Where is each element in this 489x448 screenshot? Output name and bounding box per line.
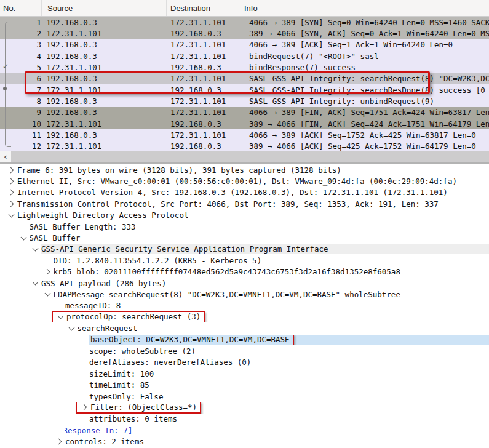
detail-row[interactable]: messageID: 8	[0, 300, 489, 311]
column-header-info[interactable]: Info	[241, 0, 489, 16]
detail-row[interactable]: sizeLimit: 100	[0, 368, 489, 379]
packet-cell-src: 192.168.0.3	[41, 97, 165, 106]
packet-cell-inf: 389 → 4066 [SYN, ACK] Seq=0 Ack=1 Win=64…	[244, 29, 489, 38]
packet-cell-inf: bindRequest(7) "<ROOT>" sasl	[244, 52, 489, 61]
detail-row[interactable]: derefAliases: neverDerefAliases (0)	[0, 357, 489, 368]
packet-cell-dst: 172.31.1.101	[165, 52, 244, 61]
detail-row[interactable]: protocolOp: searchRequest (3)	[0, 311, 489, 322]
packet-cell-inf: 4066 → 389 [ACK] Seq=1752 Ack=425 Win=63…	[244, 130, 489, 140]
collapsed-chevron-icon[interactable]	[54, 439, 65, 444]
detail-row[interactable]: scope: wholeSubtree (2)	[0, 345, 489, 356]
packet-row-1[interactable]: 1192.168.0.3172.31.1.1014066 → 389 [SYN]…	[0, 17, 489, 28]
detail-row-content: attributes: 0 items	[89, 414, 489, 423]
detail-row[interactable]: controls: 2 items	[0, 436, 489, 447]
detail-row[interactable]: LDAPMessage searchRequest(8) "DC=W2K3,DC…	[0, 289, 489, 300]
expanded-chevron-icon[interactable]	[18, 237, 30, 239]
selected-check-icon: ✓	[1, 61, 10, 72]
detail-row[interactable]: Lightweight Directory Access Protocol	[0, 210, 489, 221]
packet-cell-inf: 389 → 4066 [FIN, ACK] Seq=424 Ack=1751 W…	[244, 119, 489, 129]
detail-row[interactable]: [Response In: 7]	[0, 425, 489, 436]
column-header-no[interactable]: No.	[0, 0, 42, 16]
horizontal-scrollbar[interactable]: ‹	[0, 151, 489, 162]
detail-row[interactable]: SASL Buffer Length: 333	[0, 221, 489, 232]
detail-row-label: Ethernet II, Src: VMware_c0:00:01 (00:50…	[17, 177, 457, 186]
detail-row[interactable]: typesOnly: False	[0, 391, 489, 402]
detail-row[interactable]: Filter: (ObjectClass=*)	[0, 402, 489, 413]
detail-row-label: Lightweight Directory Access Protocol	[17, 210, 188, 220]
packet-cell-src: 192.168.0.3	[41, 108, 165, 117]
packet-cell-no: 10	[0, 119, 41, 129]
column-header-source[interactable]: Source	[42, 0, 167, 16]
packet-cell-no: 12	[0, 142, 41, 151]
packet-cell-src: 192.168.0.3	[41, 52, 165, 61]
packet-row-7[interactable]: 7172.31.1.101192.168.0.3SASL GSS-API Int…	[0, 84, 489, 95]
collapsed-chevron-icon[interactable]	[6, 179, 17, 183]
packet-cell-no: 8	[0, 97, 41, 106]
detail-row-label: SASL Buffer Length: 333	[30, 222, 136, 231]
detail-row-content: timeLimit: 85	[89, 380, 489, 390]
detail-row[interactable]: searchRequest	[0, 322, 489, 334]
response-in-link[interactable]: [Response In: 7]	[65, 426, 132, 435]
scroll-left-arrow-icon[interactable]: ‹	[0, 151, 11, 162]
packet-row-4[interactable]: 4192.168.0.3172.31.1.101bindRequest(7) "…	[0, 50, 489, 62]
collapsed-chevron-icon[interactable]	[79, 405, 90, 409]
detail-row[interactable]: GSS-API payload (286 bytes)	[0, 278, 489, 289]
packet-cell-dst: 192.168.0.3	[165, 29, 244, 38]
packet-cell-inf: SASL GSS-API Integrity: searchRequest(8)…	[244, 74, 489, 83]
packet-cell-dst: 172.31.1.101	[165, 74, 244, 83]
detail-row[interactable]: Internet Protocol Version 4, Src: 192.16…	[0, 187, 489, 198]
detail-row[interactable]: krb5_blob: 02011100ffffffff07448ed562d5a…	[0, 266, 489, 278]
expanded-chevron-icon[interactable]	[6, 214, 17, 217]
packet-cell-inf: 4066 → 389 [SYN] Seq=0 Win=64240 Len=0 M…	[244, 18, 489, 27]
packet-row-2[interactable]: 2172.31.1.101192.168.0.3389 → 4066 [SYN,…	[0, 28, 489, 39]
packet-cell-dst: 192.168.0.3	[165, 142, 244, 151]
packet-cell-src: 192.168.0.3	[41, 130, 165, 140]
collapsed-chevron-icon[interactable]	[42, 270, 54, 274]
packet-cell-src: 172.31.1.101	[41, 29, 165, 38]
packet-row-5[interactable]: 5172.31.1.101192.168.0.3bindResponse(7) …	[0, 62, 489, 73]
detail-row-content: Lightweight Directory Access Protocol	[17, 210, 489, 220]
packet-row-3[interactable]: 3192.168.0.3172.31.1.1014066 → 389 [ACK]…	[0, 39, 489, 50]
expanded-chevron-icon[interactable]	[66, 327, 78, 330]
packet-cell-dst: 192.168.0.3	[165, 86, 244, 95]
detail-row-label: krb5_blob: 02011100ffffffff07448ed562d5a…	[54, 267, 400, 276]
detail-row-content: Transmission Control Protocol, Src Port:…	[17, 199, 489, 209]
packet-cell-dst: 192.168.0.3	[165, 119, 244, 129]
detail-row[interactable]: Transmission Control Protocol, Src Port:…	[0, 198, 489, 209]
detail-row[interactable]: GSS-API Generic Security Service Applica…	[0, 244, 489, 255]
packet-row-8[interactable]: 8192.168.0.3172.31.1.101SASL GSS-API Int…	[0, 95, 489, 106]
packet-row-10[interactable]: 10172.31.1.101192.168.0.3389 → 4066 [FIN…	[0, 118, 489, 129]
packet-cell-src: 172.31.1.101	[41, 119, 165, 129]
packet-cell-no: 4	[0, 52, 41, 61]
related-packet-dot-icon	[3, 87, 7, 90]
detail-row[interactable]: timeLimit: 85	[0, 379, 489, 390]
packet-list-pane: No.SourceDestinationInfo 1192.168.0.3172…	[0, 0, 489, 151]
packet-cell-dst: 172.31.1.101	[165, 40, 244, 49]
expanded-chevron-icon[interactable]	[42, 293, 54, 295]
detail-row-content: OID: 1.2.840.113554.1.2.2 (KRB5 - Kerber…	[54, 256, 489, 265]
packet-row-6[interactable]: 6192.168.0.3172.31.1.101SASL GSS-API Int…	[0, 73, 489, 84]
packet-cell-no: 6	[0, 74, 41, 83]
detail-row-label: SASL Buffer	[30, 233, 81, 242]
detail-row[interactable]: OID: 1.2.840.113554.1.2.2 (KRB5 - Kerber…	[0, 255, 489, 266]
packet-row-12[interactable]: 12172.31.1.101192.168.0.3389 → 4066 [ACK…	[0, 141, 489, 152]
expanded-chevron-icon[interactable]	[30, 282, 41, 284]
detail-row[interactable]: SASL Buffer	[0, 232, 489, 243]
packet-row-9[interactable]: 9192.168.0.3172.31.1.1014066 → 389 [FIN,…	[0, 107, 489, 118]
collapsed-chevron-icon[interactable]	[6, 202, 17, 206]
packet-cell-src: 192.168.0.3	[41, 40, 165, 49]
collapsed-chevron-icon[interactable]	[6, 168, 17, 172]
column-header-destination[interactable]: Destination	[167, 0, 241, 16]
expanded-chevron-icon[interactable]	[55, 316, 66, 318]
detail-row[interactable]: attributes: 0 items	[0, 414, 489, 425]
detail-row[interactable]: Ethernet II, Src: VMware_c0:00:01 (00:50…	[0, 175, 489, 186]
detail-row-content: Frame 6: 391 bytes on wire (3128 bits), …	[17, 166, 489, 175]
packet-row-11[interactable]: 11192.168.0.3172.31.1.1014066 → 389 [ACK…	[0, 129, 489, 140]
detail-row[interactable]: baseObject: DC=W2K3,DC=VMNET1,DC=VM,DC=B…	[0, 334, 489, 345]
expanded-chevron-icon[interactable]	[30, 248, 41, 250]
detail-row-label: Transmission Control Protocol, Src Port:…	[17, 199, 439, 209]
pane-divider[interactable]	[0, 162, 489, 164]
collapsed-chevron-icon[interactable]	[6, 190, 17, 194]
detail-row-content: LDAPMessage searchRequest(8) "DC=W2K3,DC…	[54, 290, 489, 299]
detail-row[interactable]: Frame 6: 391 bytes on wire (3128 bits), …	[0, 164, 489, 175]
